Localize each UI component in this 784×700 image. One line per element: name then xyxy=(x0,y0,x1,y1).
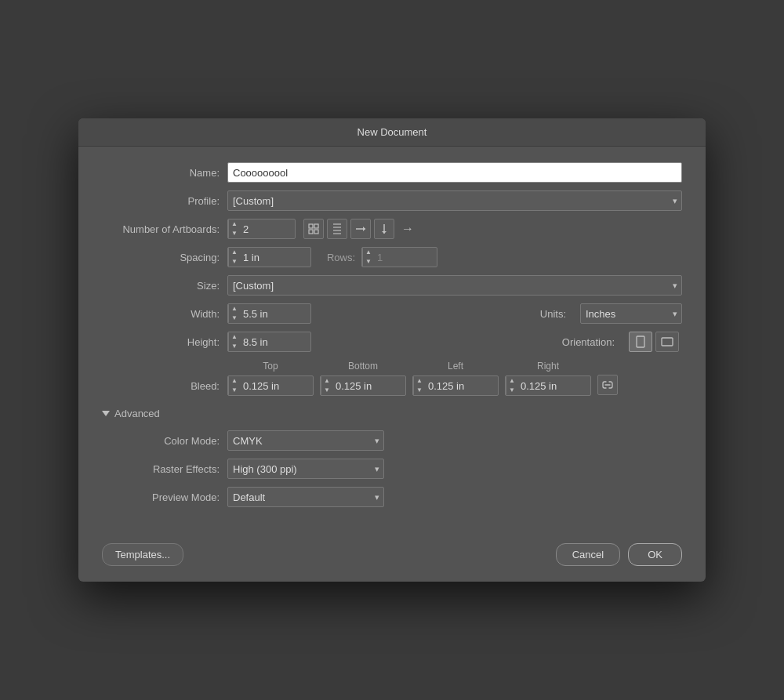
artboards-spinner: ▲ ▼ xyxy=(227,219,296,239)
rows-input[interactable] xyxy=(374,249,437,266)
bleed-link-btn[interactable] xyxy=(597,375,618,395)
spacing-arrows[interactable]: ▲ ▼ xyxy=(228,248,240,267)
svg-rect-0 xyxy=(309,224,313,228)
landscape-btn[interactable] xyxy=(655,332,679,352)
grid-by-col-btn[interactable] xyxy=(327,219,347,239)
preview-mode-row: Preview Mode: Default Pixel Overprint xyxy=(102,487,682,507)
right-arrow-btn[interactable]: → xyxy=(397,219,418,239)
preview-mode-select[interactable]: Default Pixel Overprint xyxy=(227,487,384,507)
artboards-row: Number of Artboards: ▲ ▼ xyxy=(102,219,682,239)
rows-section: Rows: ▲ ▼ xyxy=(327,247,437,267)
bleed-bottom-arrows[interactable]: ▲ ▼ xyxy=(321,376,332,395)
artboards-input[interactable] xyxy=(240,221,295,238)
svg-marker-11 xyxy=(382,231,387,234)
rows-label: Rows: xyxy=(327,252,355,263)
units-group: Units: Inches Centimeters Millimeters Po… xyxy=(527,303,682,324)
portrait-btn[interactable] xyxy=(629,332,652,352)
name-input[interactable] xyxy=(227,162,682,183)
bleed-bottom-spinner: ▲ ▼ xyxy=(320,375,406,396)
bleed-left-col-label: Left xyxy=(412,360,499,372)
bleed-inputs: ▲ ▼ ▲ ▼ ▲ ▼ xyxy=(227,375,682,397)
height-label: Height: xyxy=(102,336,227,348)
raster-effects-select[interactable]: High (300 ppi) Medium (150 ppi) Low (72 … xyxy=(227,459,384,479)
width-label: Width: xyxy=(102,308,227,320)
arrange-by-col-btn[interactable] xyxy=(374,219,394,239)
height-input[interactable] xyxy=(240,334,310,350)
height-arrows[interactable]: ▲ ▼ xyxy=(228,332,240,351)
bleed-right-input[interactable] xyxy=(517,378,580,394)
preview-mode-label: Preview Mode: xyxy=(102,491,227,503)
bleed-labels-row: Top Bottom Left Right xyxy=(102,360,682,372)
width-up-arrow[interactable]: ▲ xyxy=(229,304,240,314)
color-mode-select[interactable]: CMYK RGB xyxy=(227,430,384,451)
height-spinner: ▲ ▼ xyxy=(227,332,311,352)
bleed-top-up[interactable]: ▲ xyxy=(229,376,240,386)
artboard-controls: → xyxy=(303,219,418,239)
profile-row: Profile: ‌[Custom] Print Web Mobile xyxy=(102,190,682,211)
raster-effects-select-wrapper: High (300 ppi) Medium (150 ppi) Low (72 … xyxy=(227,459,384,479)
units-label: Units: xyxy=(527,308,574,320)
width-units-row: Width: ▲ ▼ Units: Inches Centimeters Mil… xyxy=(102,303,682,324)
size-select-wrapper: [Custom] Letter A4 xyxy=(227,275,682,296)
bleed-left-arrows[interactable]: ▲ ▼ xyxy=(413,376,425,395)
bleed-row: Bleed: ▲ ▼ ▲ ▼ xyxy=(102,375,682,397)
bleed-bottom-down[interactable]: ▼ xyxy=(321,386,332,395)
dialog-footer: Templates... Cancel OK xyxy=(78,531,706,582)
bleed-right-col-label: Right xyxy=(505,360,591,372)
artboards-up-arrow[interactable]: ▲ xyxy=(229,219,240,229)
bleed-right-up[interactable]: ▲ xyxy=(506,376,517,386)
bleed-left-up[interactable]: ▲ xyxy=(414,376,425,386)
bleed-left-spinner: ▲ ▼ xyxy=(412,375,499,396)
bleed-right-arrows[interactable]: ▲ ▼ xyxy=(506,376,517,395)
bleed-top-down[interactable]: ▼ xyxy=(229,386,240,395)
bleed-right-down[interactable]: ▼ xyxy=(506,386,517,395)
arrange-by-row-btn[interactable] xyxy=(350,219,371,239)
height-down-arrow[interactable]: ▼ xyxy=(229,342,240,351)
advanced-triangle xyxy=(102,411,110,416)
height-up-arrow[interactable]: ▲ xyxy=(229,332,240,342)
bleed-label: Bleed: xyxy=(102,380,227,392)
cancel-button[interactable]: Cancel xyxy=(556,543,620,566)
ok-button[interactable]: OK xyxy=(628,543,682,566)
spacing-up-arrow[interactable]: ▲ xyxy=(229,248,240,257)
svg-rect-13 xyxy=(662,338,673,346)
color-mode-select-wrapper: CMYK RGB xyxy=(227,430,384,451)
advanced-toggle[interactable]: Advanced xyxy=(102,404,682,423)
width-down-arrow[interactable]: ▼ xyxy=(229,314,240,323)
rows-down-arrow[interactable]: ▼ xyxy=(363,257,374,267)
profile-select[interactable]: ‌[Custom] Print Web Mobile xyxy=(227,190,682,211)
artboards-down-arrow[interactable]: ▼ xyxy=(229,229,240,238)
size-row: Size: [Custom] Letter A4 xyxy=(102,275,682,296)
rows-up-arrow[interactable]: ▲ xyxy=(363,248,374,257)
width-arrows[interactable]: ▲ ▼ xyxy=(228,304,240,323)
bleed-bottom-up[interactable]: ▲ xyxy=(321,376,332,386)
advanced-section: Advanced Color Mode: CMYK RGB Raster Eff… xyxy=(102,404,682,507)
rows-arrows[interactable]: ▲ ▼ xyxy=(362,248,374,267)
artboards-arrows[interactable]: ▲ ▼ xyxy=(228,219,240,238)
svg-marker-9 xyxy=(363,227,365,231)
bleed-left-down[interactable]: ▼ xyxy=(414,386,425,395)
spacing-input[interactable] xyxy=(240,249,310,266)
bleed-bottom-input[interactable] xyxy=(332,378,395,394)
bleed-top-spinner: ▲ ▼ xyxy=(227,375,314,396)
width-input[interactable] xyxy=(240,306,310,322)
bleed-top-arrows[interactable]: ▲ ▼ xyxy=(228,376,240,395)
units-select[interactable]: Inches Centimeters Millimeters Points Pi… xyxy=(580,303,682,324)
bleed-left-input[interactable] xyxy=(425,378,488,394)
size-select[interactable]: [Custom] Letter A4 xyxy=(227,275,682,296)
bleed-top-col-label: Top xyxy=(227,360,314,372)
footer-buttons: Cancel OK xyxy=(556,543,682,566)
advanced-label: Advanced xyxy=(114,408,160,419)
units-select-wrapper: Inches Centimeters Millimeters Points Pi… xyxy=(580,303,682,324)
new-document-dialog: New Document Name: Profile: ‌[Custom] Pr… xyxy=(78,118,706,582)
bleed-top-input[interactable] xyxy=(240,378,303,394)
bleed-right-spinner: ▲ ▼ xyxy=(505,375,591,396)
bleed-column-labels: Top Bottom Left Right xyxy=(227,360,591,372)
spacing-down-arrow[interactable]: ▼ xyxy=(229,257,240,267)
grid-by-row-btn[interactable] xyxy=(303,219,324,239)
svg-rect-1 xyxy=(314,224,318,228)
artboards-label: Number of Artboards: xyxy=(102,223,227,235)
templates-button[interactable]: Templates... xyxy=(102,543,183,566)
color-mode-row: Color Mode: CMYK RGB xyxy=(102,430,682,451)
preview-mode-select-wrapper: Default Pixel Overprint xyxy=(227,487,384,507)
